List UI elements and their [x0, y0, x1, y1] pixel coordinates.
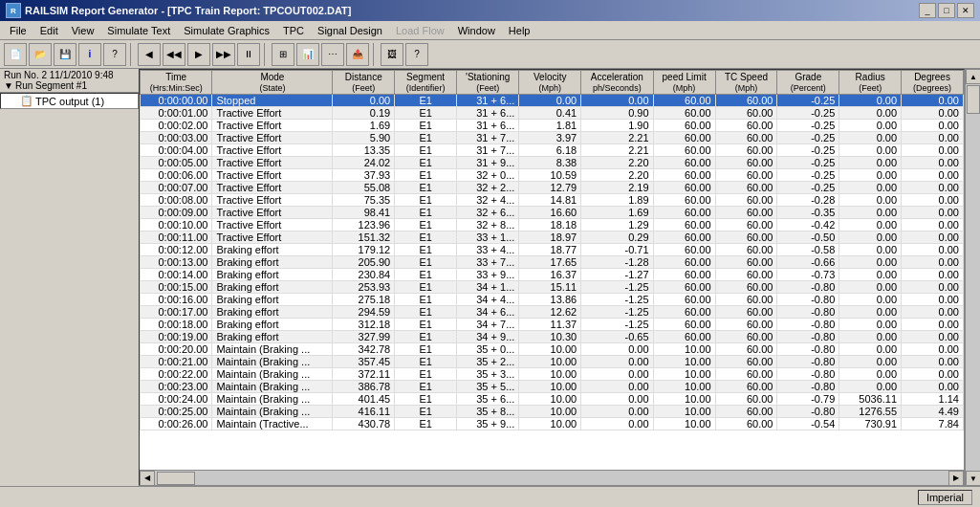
table-cell: 0.00 — [839, 356, 902, 368]
col-accel: Accelerationph/Seconds) — [581, 71, 653, 95]
toolbar-info[interactable]: i — [78, 43, 101, 66]
table-cell: 60.00 — [653, 169, 715, 182]
toolbar-image[interactable]: 🖼 — [381, 43, 403, 66]
menu-signal-design[interactable]: Signal Design — [312, 24, 388, 37]
table-row[interactable]: 0:00:01.00Tractive Effort0.19E131 + 6...… — [141, 107, 964, 120]
toolbar-save[interactable]: 💾 — [54, 43, 76, 66]
tree-panel: 📋 TPC output (1) — [0, 93, 139, 109]
menu-tpc[interactable]: TPC — [277, 24, 310, 37]
toolbar-btn4[interactable]: ▶▶ — [212, 43, 235, 66]
table-row[interactable]: 0:00:25.00Maintain (Braking ...416.11E13… — [141, 406, 964, 418]
toolbar-btn1[interactable]: ◀ — [138, 43, 161, 66]
table-cell: -0.25 — [777, 107, 839, 120]
table-cell: Maintain (Braking ... — [212, 368, 333, 381]
h-scroll-thumb[interactable] — [157, 472, 195, 485]
table-cell: 0:00:25.00 — [141, 406, 212, 418]
toolbar-btn3[interactable]: ▶ — [187, 43, 210, 66]
toolbar-grid[interactable]: ⊞ — [272, 43, 294, 66]
table-cell: 75.35 — [333, 194, 395, 207]
table-row[interactable]: 0:00:23.00Maintain (Braking ...386.78E13… — [141, 381, 964, 393]
table-cell: 0.00 — [902, 368, 964, 381]
menu-file[interactable]: File — [4, 24, 33, 37]
menu-help[interactable]: Help — [503, 24, 536, 37]
table-row[interactable]: 0:00:07.00Tractive Effort55.08E132 + 2..… — [141, 182, 964, 194]
table-row[interactable]: 0:00:19.00Braking effort327.99E134 + 9..… — [141, 331, 964, 343]
table-cell: 0.00 — [902, 269, 964, 281]
h-scrollbar[interactable]: ◀ ▶ — [140, 470, 964, 485]
close-button[interactable]: ✕ — [957, 3, 974, 18]
table-row[interactable]: 0:00:10.00Tractive Effort123.96E132 + 8.… — [141, 219, 964, 231]
v-scroll-down[interactable]: ▼ — [966, 471, 980, 486]
table-row[interactable]: 0:00:17.00Braking effort294.59E134 + 6..… — [141, 306, 964, 319]
table-row[interactable]: 0:00:08.00Tractive Effort75.35E132 + 4..… — [141, 194, 964, 207]
table-cell: 0.00 — [581, 393, 653, 406]
table-cell: 60.00 — [715, 381, 777, 393]
title-bar-controls[interactable]: _ □ ✕ — [919, 3, 974, 18]
table-row[interactable]: 0:00:02.00Tractive Effort1.69E131 + 6...… — [141, 120, 964, 132]
toolbar-export[interactable]: 📤 — [346, 43, 369, 66]
table-cell: E1 — [395, 157, 457, 169]
table-cell: E1 — [395, 306, 457, 319]
status-imperial: Imperial — [918, 490, 972, 505]
h-scroll-right[interactable]: ▶ — [948, 471, 964, 486]
table-row[interactable]: 0:00:18.00Braking effort312.18E134 + 7..… — [141, 319, 964, 331]
col-mode: Mode(State) — [212, 71, 333, 95]
table-row[interactable]: 0:00:20.00Maintain (Braking ...342.78E13… — [141, 343, 964, 356]
toolbar-new[interactable]: 📄 — [4, 43, 27, 66]
h-scroll-track[interactable] — [155, 471, 948, 486]
toolbar-open[interactable]: 📂 — [29, 43, 52, 66]
toolbar-btn5[interactable]: ⏸ — [237, 43, 260, 66]
table-cell: 0:00:21.00 — [141, 356, 212, 368]
table-cell: 0:00:19.00 — [141, 331, 212, 343]
table-cell: 60.00 — [715, 393, 777, 406]
table-row[interactable]: 0:00:04.00Tractive Effort13.35E131 + 7..… — [141, 144, 964, 157]
table-row[interactable]: 0:00:11.00Tractive Effort151.32E133 + 1.… — [141, 231, 964, 244]
table-wrapper[interactable]: Time(Hrs:Min:Sec) Mode(State) Distance(F… — [140, 70, 964, 470]
table-row[interactable]: 0:00:21.00Maintain (Braking ...357.45E13… — [141, 356, 964, 368]
v-scroll-up[interactable]: ▲ — [966, 69, 980, 84]
table-row[interactable]: 0:00:16.00Braking effort275.18E134 + 4..… — [141, 294, 964, 306]
table-cell: 10.00 — [653, 406, 715, 418]
table-row[interactable]: 0:00:09.00Tractive Effort98.41E132 + 6..… — [141, 207, 964, 219]
table-cell: -0.25 — [777, 182, 839, 194]
table-cell: 14.81 — [519, 194, 581, 207]
table-row[interactable]: 0:00:26.00Maintain (Tractive...430.78E13… — [141, 418, 964, 430]
tree-item-tpc[interactable]: 📋 TPC output (1) — [1, 94, 138, 108]
toolbar-question[interactable]: ? — [103, 43, 126, 66]
table-cell: 60.00 — [653, 157, 715, 169]
table-row[interactable]: 0:00:22.00Maintain (Braking ...372.11E13… — [141, 368, 964, 381]
table-cell: E1 — [395, 132, 457, 144]
v-scrollbar[interactable]: ▲ ▼ — [965, 69, 980, 486]
maximize-button[interactable]: □ — [938, 3, 955, 18]
h-scroll-left[interactable]: ◀ — [140, 471, 155, 486]
menu-simulate-text[interactable]: Simulate Text — [101, 24, 176, 37]
v-scroll-thumb[interactable] — [967, 85, 980, 114]
table-row[interactable]: 0:00:24.00Maintain (Braking ...401.45E13… — [141, 393, 964, 406]
toolbar-chart[interactable]: 📊 — [296, 43, 319, 66]
minimize-button[interactable]: _ — [919, 3, 936, 18]
table-cell: 60.00 — [653, 194, 715, 207]
table-row[interactable]: 0:00:13.00Braking effort205.90E133 + 7..… — [141, 256, 964, 269]
table-row[interactable]: 0:00:06.00Tractive Effort37.93E132 + 0..… — [141, 169, 964, 182]
menu-simulate-graphics[interactable]: Simulate Graphics — [178, 24, 275, 37]
table-row[interactable]: 0:00:14.00Braking effort230.84E133 + 9..… — [141, 269, 964, 281]
collapse-icon[interactable]: ▼ — [4, 80, 13, 91]
table-cell: 60.00 — [715, 418, 777, 430]
toolbar-dots[interactable]: ⋯ — [321, 43, 344, 66]
table-cell: 0:00:18.00 — [141, 319, 212, 331]
menu-window[interactable]: Window — [452, 24, 501, 37]
col-distance: Distance(Feet) — [333, 71, 395, 95]
table-cell: Tractive Effort — [212, 219, 333, 231]
table-row[interactable]: 0:00:12.00Braking effort179.12E133 + 4..… — [141, 244, 964, 256]
table-cell: 0:00:20.00 — [141, 343, 212, 356]
table-row[interactable]: 0:00:15.00Braking effort253.93E134 + 1..… — [141, 281, 964, 294]
table-row[interactable]: 0:00:00.00Stopped0.00E131 + 6...0.000.00… — [141, 95, 964, 107]
table-row[interactable]: 0:00:03.00Tractive Effort5.90E131 + 7...… — [141, 132, 964, 144]
toolbar-btn2[interactable]: ◀◀ — [163, 43, 185, 66]
toolbar-help2[interactable]: ? — [405, 43, 428, 66]
table-row[interactable]: 0:00:05.00Tractive Effort24.02E131 + 9..… — [141, 157, 964, 169]
table-cell: 327.99 — [333, 331, 395, 343]
v-scroll-track[interactable] — [966, 84, 980, 471]
menu-edit[interactable]: Edit — [34, 24, 64, 37]
menu-view[interactable]: View — [66, 24, 100, 37]
